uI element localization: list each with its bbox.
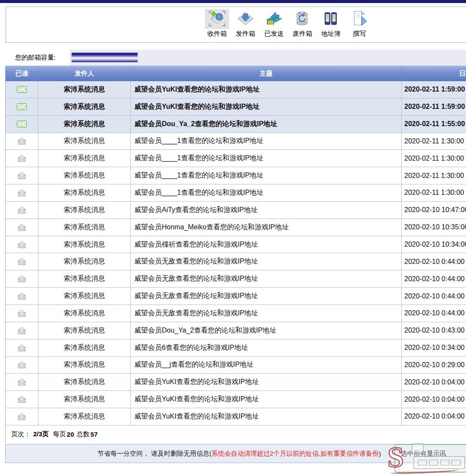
mail-read-icon — [17, 292, 27, 300]
table-row[interactable]: 索沛系统消息威望会员Dou_Ya_2查看您的论坛和游戏IP地址2020-02-1… — [6, 116, 466, 133]
table-row[interactable]: 索沛系统消息威望会员YuKI查看您的论坛和游戏IP地址2020-02-10 0:… — [6, 408, 466, 425]
mail-table-header: 已读 发件人 主题 日期 — [6, 66, 466, 81]
compose-icon — [347, 9, 372, 29]
mail-subject: 威望会员无敌查看您的论坛和游戏IP地址 — [131, 305, 402, 322]
toolbar-item-label: 已发送 — [264, 30, 284, 38]
mail-subject: 威望会员YuKI查看您的论坛和游戏IP地址 — [131, 374, 402, 390]
mail-subject: 威望会员____1查看您的论坛和游戏IP地址 — [131, 167, 402, 184]
mail-subject: 威望会员无敌查看您的论坛和游戏IP地址 — [131, 253, 402, 270]
mail-status-cell — [6, 81, 38, 98]
table-row[interactable]: 索沛系统消息威望会员无敌查看您的论坛和游戏IP地址2020-02-10 0:44… — [6, 288, 466, 305]
select-all-shown-link[interactable]: 选中所有显示讯 — [401, 450, 446, 458]
mail-table-body: 索沛系统消息威望会员YuKI查看您的论坛和游戏IP地址2020-02-11 1:… — [6, 81, 466, 425]
pager-per-label: 每页 — [53, 430, 66, 438]
mail-subject: 威望会员YuKI查看您的论坛和游戏IP地址 — [131, 391, 402, 408]
mail-read-icon — [17, 258, 27, 265]
mail-sender: 索沛系统消息 — [38, 116, 131, 133]
table-row[interactable]: 索沛系统消息威望会员YuKI查看您的论坛和游戏IP地址2020-02-10 0:… — [6, 391, 466, 408]
table-row[interactable]: 索沛系统消息威望会员6查看您的论坛和游戏IP地址2020-02-10 0:34:… — [6, 340, 466, 357]
mail-sender: 索沛系统消息 — [38, 305, 131, 322]
mail-read-icon — [17, 396, 27, 403]
table-row[interactable]: 索沛系统消息威望会员____1查看您的论坛和游戏IP地址2020-02-11 1… — [6, 133, 466, 150]
mail-sender: 索沛系统消息 — [38, 219, 131, 236]
mail-read-icon — [17, 344, 27, 352]
toolbar-item-trash[interactable]: 废件箱 — [290, 9, 315, 38]
pager-bar: 页次： 2/3页 每页 20 总数 57 — [5, 425, 466, 443]
header-date: 日期 — [402, 66, 466, 81]
table-row[interactable]: 索沛系统消息威望会员YuKI查看您的论坛和游戏IP地址2020-02-10 0:… — [6, 374, 466, 391]
mail-subject: 威望会员Dou_Ya_2查看您的论坛和游戏IP地址 — [131, 322, 402, 339]
mail-date: 2020-02-10 0:04:00 — [402, 408, 466, 425]
mail-subject: 威望会员无敌查看您的论坛和游戏IP地址 — [131, 270, 402, 287]
mail-status-cell — [6, 408, 38, 425]
mail-read-icon — [17, 275, 27, 282]
mail-sender: 索沛系统消息 — [38, 374, 131, 390]
mail-date: 2020-02-10 0:44:00 — [402, 270, 466, 287]
toolbar-item-outbox[interactable]: 发件箱 — [233, 9, 258, 38]
table-row[interactable]: 索沛系统消息威望会员__j查看您的论坛和游戏IP地址2020-02-10 0:2… — [6, 357, 466, 374]
table-row[interactable]: 索沛系统消息威望会员楪祈查看您的论坛和游戏IP地址2020-02-10 10:3… — [6, 236, 466, 254]
mail-status-cell — [6, 340, 38, 356]
mail-unread-icon — [17, 121, 27, 127]
toolbar-item-compose[interactable]: 撰写 — [347, 9, 372, 38]
mail-status-cell — [6, 391, 38, 408]
mail-sender: 索沛系统消息 — [38, 340, 131, 356]
mail-status-cell — [6, 184, 38, 201]
mail-status-cell — [6, 236, 38, 253]
table-row[interactable]: 索沛系统消息威望会员YuKI查看您的论坛和游戏IP地址2020-02-11 1:… — [6, 98, 466, 116]
toolbar-item-label: 废件箱 — [293, 30, 312, 38]
table-row[interactable]: 索沛系统消息威望会员____1查看您的论坛和游戏IP地址2020-02-11 1… — [6, 167, 466, 184]
table-row[interactable]: 索沛系统消息威望会员____1查看您的论坛和游戏IP地址2020-02-11 1… — [6, 150, 466, 167]
table-row[interactable]: 索沛系统消息威望会员无敌查看您的论坛和游戏IP地址2020-02-10 0:44… — [6, 253, 466, 270]
table-row[interactable]: 索沛系统消息威望会员Honma_Meiko查看您的论坛和游戏IP地址2020-0… — [6, 219, 466, 236]
mail-date: 2020-02-10 0:04:00 — [402, 391, 466, 408]
notice-red-text: 系统会自动清理超过2个月以前的短信,如有重要信件请备份 — [211, 450, 379, 458]
mail-read-icon — [17, 172, 27, 179]
table-row[interactable]: 索沛系统消息威望会员无敌查看您的论坛和游戏IP地址2020-02-10 0:44… — [6, 270, 466, 288]
toolbar-item-inbox[interactable]: 收件箱 — [205, 9, 230, 38]
mail-date: 2020-02-11 1:59:00 — [402, 81, 466, 98]
mail-subject: 威望会员____1查看您的论坛和游戏IP地址 — [131, 133, 402, 150]
watermark-swoosh — [390, 468, 459, 475]
mail-sender: 索沛系统消息 — [38, 184, 131, 201]
mail-unread-icon — [17, 86, 27, 93]
outbox-icon — [233, 9, 258, 29]
mail-subject: 威望会员AiTy查看您的论坛和游戏IP地址 — [131, 202, 402, 219]
mail-subject: 威望会员YuKI查看您的论坛和游戏IP地址 — [131, 81, 402, 98]
mail-subject: 威望会员YuKI查看您的论坛和游戏IP地址 — [131, 98, 402, 115]
mail-subject: 威望会员YuKI查看您的论坛和游戏IP地址 — [131, 408, 402, 425]
mail-date: 2020-02-10 10:34:00 — [402, 236, 466, 253]
mail-subject: 威望会员无敌查看您的论坛和游戏IP地址 — [131, 288, 402, 305]
mail-status-cell — [6, 133, 38, 150]
table-row[interactable]: 索沛系统消息威望会员无敌查看您的论坛和游戏IP地址2020-02-10 0:44… — [6, 305, 466, 322]
mail-sender: 索沛系统消息 — [38, 133, 131, 150]
mail-date: 2020-02-11 1:30:00 — [402, 133, 466, 150]
mail-date: 2020-02-10 0:43:00 — [402, 322, 466, 339]
mail-status-cell — [6, 288, 38, 305]
mail-status-cell — [6, 116, 38, 133]
pager-total-label: 总数 — [77, 430, 90, 438]
mail-unread-icon — [17, 103, 27, 110]
mail-status-cell — [6, 322, 38, 339]
toolbar-item-label: 收件箱 — [208, 30, 227, 38]
table-row[interactable]: 索沛系统消息威望会员AiTy查看您的论坛和游戏IP地址2020-02-10 10… — [6, 202, 466, 219]
table-row[interactable]: 索沛系统消息威望会员YuKI查看您的论坛和游戏IP地址2020-02-11 1:… — [6, 81, 466, 98]
mail-status-cell — [6, 374, 38, 390]
mail-sender: 索沛系统消息 — [38, 408, 131, 425]
mail-status-cell — [6, 357, 38, 374]
inbox-icon — [205, 9, 229, 29]
mail-sender: 索沛系统消息 — [38, 167, 131, 184]
mail-read-icon — [17, 310, 27, 317]
toolbar-item-sent[interactable]: 已发送 — [261, 9, 287, 38]
mail-date: 2020-02-10 0:34:00 — [402, 340, 466, 356]
table-row[interactable]: 索沛系统消息威望会员Dou_Ya_2查看您的论坛和游戏IP地址2020-02-1… — [6, 322, 466, 340]
mail-date: 2020-02-10 0:44:00 — [402, 253, 466, 270]
mail-date: 2020-02-10 0:44:00 — [402, 288, 466, 305]
mail-read-icon — [17, 206, 27, 214]
mail-read-icon — [17, 378, 27, 386]
mail-read-icon — [17, 327, 27, 334]
mail-status-cell — [6, 150, 38, 167]
toolbar-item-addressbook[interactable]: 地址簿 — [318, 9, 343, 38]
mailbox-capacity-bar — [72, 53, 138, 62]
table-row[interactable]: 索沛系统消息威望会员____1查看您的论坛和游戏IP地址2020-02-11 1… — [6, 184, 466, 202]
